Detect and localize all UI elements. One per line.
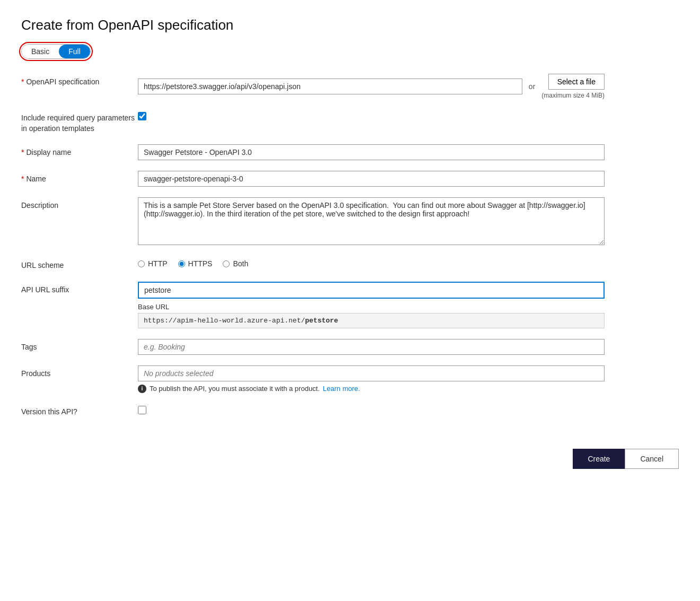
or-label: or (529, 82, 535, 91)
url-scheme-label: URL scheme (21, 257, 138, 271)
base-url-label: Base URL (138, 303, 605, 311)
description-field: This is a sample Pet Store Server based … (138, 197, 605, 247)
include-params-label: Include required query parameters in ope… (21, 110, 138, 134)
products-input[interactable] (138, 365, 605, 381)
products-field: i To publish the API, you must associate… (138, 365, 605, 393)
api-url-suffix-label: API URL suffix (21, 282, 138, 295)
file-size-info: (maximum size 4 MiB) (541, 92, 605, 99)
name-field (138, 171, 605, 187)
url-scheme-field: HTTP HTTPS Both (138, 257, 605, 268)
view-toggle: Basic Full (21, 44, 91, 59)
version-checkbox[interactable] (138, 406, 146, 414)
openapi-label: *OpenAPI specification (21, 74, 138, 88)
tags-label: Tags (21, 339, 138, 353)
cancel-button[interactable]: Cancel (625, 449, 679, 469)
api-url-suffix-input[interactable] (138, 282, 605, 299)
version-label: Version this API? (21, 404, 138, 417)
url-scheme-https[interactable]: HTTPS (178, 259, 213, 268)
name-label: *Name (21, 171, 138, 185)
info-icon: i (138, 385, 146, 393)
display-name-field (138, 144, 605, 160)
base-url-display: https://apim-hello-world.azure-api.net/p… (138, 313, 605, 328)
openapi-input[interactable] (138, 79, 522, 94)
url-scheme-both[interactable]: Both (223, 259, 248, 268)
openapi-field-group: or Select a file (maximum size 4 MiB) (138, 74, 605, 99)
tags-input[interactable] (138, 339, 605, 355)
version-field (138, 404, 605, 414)
page-title: Create from OpenAPI specification (21, 17, 679, 33)
learn-more-link[interactable]: Learn more. (323, 385, 360, 393)
create-button[interactable]: Create (573, 449, 625, 469)
tags-field (138, 339, 605, 355)
include-params-field (138, 110, 605, 120)
name-input[interactable] (138, 171, 605, 187)
description-textarea[interactable]: This is a sample Pet Store Server based … (138, 197, 605, 245)
form-grid: *OpenAPI specification or Select a file … (21, 74, 605, 417)
url-scheme-http[interactable]: HTTP (138, 259, 168, 268)
toggle-full[interactable]: Full (59, 45, 90, 58)
include-params-checkbox[interactable] (138, 112, 146, 120)
toggle-basic[interactable]: Basic (22, 45, 59, 58)
products-label: Products (21, 365, 138, 379)
display-name-input[interactable] (138, 144, 605, 160)
products-info: i To publish the API, you must associate… (138, 385, 605, 393)
footer-buttons: Create Cancel (21, 449, 679, 469)
display-name-label: *Display name (21, 144, 138, 158)
description-label: Description (21, 197, 138, 211)
select-file-button[interactable]: Select a file (548, 74, 605, 90)
api-url-suffix-field: Base URL https://apim-hello-world.azure-… (138, 282, 605, 328)
